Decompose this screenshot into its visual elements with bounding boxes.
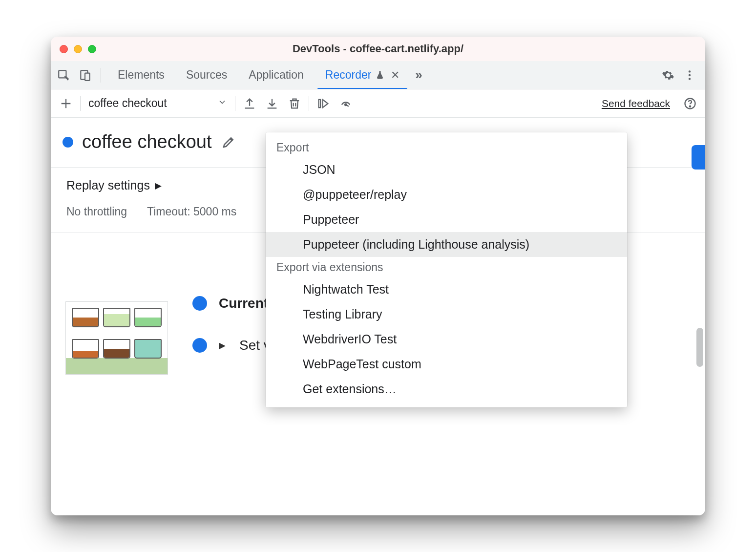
export-group-label: Export — [266, 137, 627, 157]
close-icon[interactable]: ✕ — [391, 69, 399, 82]
step-bullet — [192, 296, 207, 311]
tabs-overflow-button[interactable]: » — [410, 61, 427, 89]
new-recording-button[interactable] — [56, 93, 76, 114]
caret-right-icon: ▶ — [219, 340, 226, 351]
replay-speed-button[interactable] — [336, 93, 356, 114]
divider — [101, 68, 101, 83]
export-item-testing-library[interactable]: Testing Library — [266, 302, 627, 327]
edit-title-button[interactable] — [220, 134, 237, 150]
caret-right-icon: ▶ — [155, 180, 162, 191]
export-menu: Export JSON @puppeteer/replay Puppeteer … — [266, 132, 627, 407]
export-item-puppeteer-lighthouse[interactable]: Puppeteer (including Lighthouse analysis… — [266, 232, 627, 257]
delete-button[interactable] — [284, 93, 305, 114]
divider — [137, 203, 137, 220]
tab-recorder[interactable]: Recorder ✕ — [315, 61, 411, 89]
svg-point-5 — [689, 78, 691, 80]
device-toggle-icon[interactable] — [75, 65, 95, 85]
import-button[interactable] — [262, 93, 282, 114]
devtools-window: DevTools - coffee-cart.netlify.app/ Elem… — [51, 37, 705, 515]
svg-point-7 — [345, 104, 347, 106]
scrollbar-thumb[interactable] — [696, 328, 703, 367]
tab-sources[interactable]: Sources — [175, 61, 238, 89]
chevron-down-icon — [217, 97, 227, 110]
close-window-button[interactable] — [60, 45, 68, 53]
inspect-element-icon[interactable] — [54, 65, 73, 85]
kebab-menu-icon[interactable] — [680, 65, 699, 85]
minimize-window-button[interactable] — [74, 45, 82, 53]
export-button[interactable] — [239, 93, 260, 114]
titlebar: DevTools - coffee-cart.netlify.app/ — [51, 37, 705, 61]
tab-application[interactable]: Application — [238, 61, 315, 89]
tabs: Elements Sources Application Recorder ✕ … — [107, 61, 655, 89]
recorder-content: coffee checkout Replay settings ▶ No thr… — [51, 118, 705, 515]
divider — [309, 96, 309, 111]
divider — [235, 96, 235, 111]
tab-elements[interactable]: Elements — [107, 61, 175, 89]
recording-title: coffee checkout — [82, 131, 211, 152]
flask-icon — [375, 70, 385, 80]
tab-label: Application — [249, 68, 304, 82]
export-extensions-group-label: Export via extensions — [266, 257, 627, 277]
window-controls — [60, 45, 96, 53]
replay-button-edge[interactable] — [692, 145, 705, 170]
export-item-get-extensions[interactable]: Get extensions… — [266, 377, 627, 402]
svg-point-9 — [690, 106, 691, 106]
recording-select[interactable]: coffee checkout — [84, 93, 231, 114]
settings-gear-icon[interactable] — [658, 65, 678, 85]
divider — [80, 96, 81, 111]
export-item-webpagetest[interactable]: WebPageTest custom — [266, 352, 627, 377]
window-title: DevTools - coffee-cart.netlify.app/ — [51, 42, 705, 55]
step-button[interactable] — [313, 93, 334, 114]
recorder-toolbar: coffee checkout Send feedback — [51, 89, 705, 118]
recording-status-dot — [63, 137, 73, 148]
tab-label: Recorder — [325, 68, 372, 82]
recording-select-value: coffee checkout — [88, 97, 167, 110]
export-item-nightwatch[interactable]: Nightwatch Test — [266, 277, 627, 302]
timeout-value: Timeout: 5000 ms — [147, 205, 236, 218]
export-item-puppeteer-replay[interactable]: @puppeteer/replay — [266, 182, 627, 207]
tab-strip: Elements Sources Application Recorder ✕ … — [51, 61, 705, 89]
export-item-webdriverio[interactable]: WebdriverIO Test — [266, 327, 627, 352]
help-icon[interactable] — [680, 93, 700, 114]
page-thumbnail — [65, 301, 168, 375]
svg-rect-6 — [319, 99, 321, 107]
export-item-json[interactable]: JSON — [266, 157, 627, 182]
export-item-puppeteer[interactable]: Puppeteer — [266, 207, 627, 232]
send-feedback-link[interactable]: Send feedback — [602, 98, 670, 109]
tab-label: Elements — [118, 68, 165, 82]
replay-settings-label: Replay settings — [66, 178, 150, 192]
svg-point-4 — [689, 74, 691, 76]
zoom-window-button[interactable] — [88, 45, 96, 53]
throttling-value: No throttling — [66, 205, 127, 218]
svg-rect-2 — [85, 73, 90, 80]
step-bullet — [192, 338, 207, 353]
tab-label: Sources — [186, 68, 227, 82]
svg-point-3 — [689, 70, 691, 72]
chevron-double-right-icon: » — [415, 67, 422, 83]
